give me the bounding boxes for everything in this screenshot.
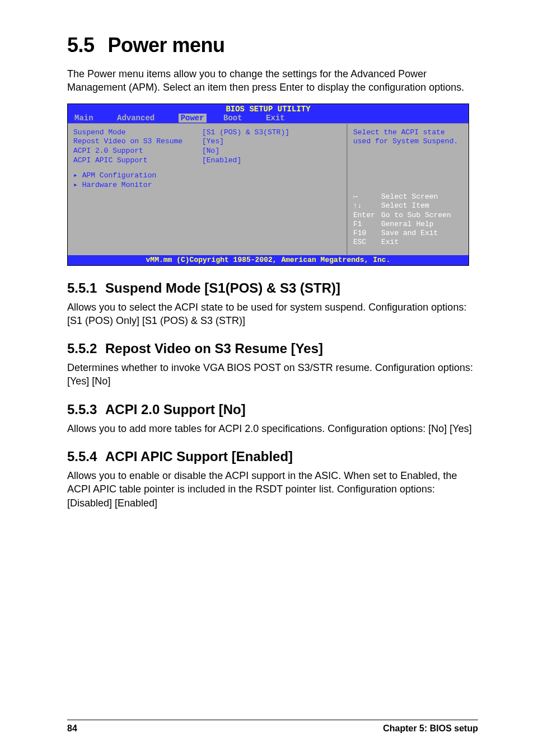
bios-hotkey: EnterGo to Sub Screen [353, 211, 451, 220]
bios-row-label: ACPI APIC Support [73, 156, 202, 166]
bios-tabs: Main Advanced Power Boot Exit [74, 114, 304, 123]
hotkey-desc: Exit [381, 238, 399, 247]
hotkey-desc: Select Item [381, 201, 429, 210]
bios-row-value: [Yes] [202, 137, 224, 147]
bios-tab-exit: Exit [266, 114, 292, 123]
bios-hotkey: ESCExit [353, 238, 451, 247]
bios-tab-boot: Boot [223, 114, 249, 123]
bios-left-pane: Suspend Mode[S1 (POS) & S3(STR)] Repost … [68, 124, 346, 255]
bios-row: ACPI APIC Support[Enabled] [73, 156, 341, 166]
bios-row-label: Repost Video on S3 Resume [73, 137, 202, 147]
bios-row: Repost Video on S3 Resume[Yes] [73, 137, 341, 147]
subsection-body: Allows you to select the ACPI state to b… [67, 300, 478, 328]
bios-row-value: [Enabled] [202, 156, 241, 166]
bios-row-value: [S1 (POS) & S3(STR)] [202, 128, 289, 138]
hotkey-desc: Go to Sub Screen [381, 211, 451, 220]
bios-hotkey: ↔Select Screen [353, 192, 451, 201]
subsection-heading: 5.5.2Repost Video on S3 Resume [Yes] [67, 341, 478, 356]
subsection-title: Repost Video on S3 Resume [Yes] [105, 341, 323, 356]
section-title: Power menu [108, 34, 225, 57]
hotkey-key: F10 [353, 229, 381, 238]
bios-sub-label: Hardware Monitor [82, 181, 152, 189]
subsection-heading: 5.5.1Suspend Mode [S1(POS) & S3 (STR)] [67, 280, 478, 296]
bios-row: Suspend Mode[S1 (POS) & S3(STR)] [73, 128, 341, 138]
subsection-number: 5.5.1 [67, 280, 105, 296]
bios-row-value: [No] [202, 147, 219, 156]
bios-row: ACPI 2.0 Support[No] [73, 147, 341, 156]
subsection-heading: 5.5.4ACPI APIC Support [Enabled] [67, 449, 478, 464]
subsection-body: Allows you to add more tables for ACPI 2… [67, 422, 478, 435]
hotkey-desc: General Help [381, 220, 434, 229]
hotkey-key: ESC [353, 238, 381, 247]
section-intro: The Power menu items allow you to change… [67, 67, 478, 95]
bios-tab-main: Main [74, 114, 100, 123]
bios-submenu: ▸ APM Configuration [73, 171, 341, 181]
subsection-title: Suspend Mode [S1(POS) & S3 (STR)] [105, 280, 340, 295]
bios-submenu: ▸ Hardware Monitor [73, 181, 341, 190]
bios-tab-advanced: Advanced [117, 114, 161, 123]
bios-row-label: ACPI 2.0 Support [73, 147, 202, 156]
section-heading: 5.5Power menu [67, 34, 478, 57]
bios-help-text: Select the ACPI state used for System Su… [353, 128, 463, 147]
bios-hotkey: F1General Help [353, 220, 451, 229]
hotkey-desc: Select Screen [381, 192, 438, 201]
bios-sub-label: APM Configuration [82, 171, 157, 180]
subsection-number: 5.5.2 [67, 341, 105, 356]
hotkey-key: ↑↓ [353, 201, 381, 210]
bios-footer: vMM.mm (C)Copyright 1985-2002, American … [68, 255, 469, 265]
page-footer: 84 Chapter 5: BIOS setup [67, 720, 478, 734]
page-number: 84 [67, 724, 77, 734]
bios-hotkeys: ↔Select Screen ↑↓Select Item EnterGo to … [353, 192, 451, 247]
subsection-title: ACPI APIC Support [Enabled] [105, 449, 293, 464]
bios-tab-power: Power [179, 114, 207, 123]
bios-row-label: Suspend Mode [73, 128, 202, 138]
bios-body: Suspend Mode[S1 (POS) & S3(STR)] Repost … [68, 123, 469, 255]
subsection-body: Determines whether to invoke VGA BIOS PO… [67, 361, 478, 388]
subsection-number: 5.5.3 [67, 402, 105, 417]
bios-right-pane: Select the ACPI state used for System Su… [346, 124, 469, 255]
bios-hotkey: ↑↓Select Item [353, 201, 451, 210]
hotkey-desc: Save and Exit [381, 229, 438, 238]
bios-titlebar: BIOS SETUP UTILITY Main Advanced Power B… [68, 104, 469, 123]
subsection-title: ACPI 2.0 Support [No] [105, 402, 246, 417]
section-number: 5.5 [67, 34, 95, 57]
subsection-number: 5.5.4 [67, 449, 105, 464]
bios-screenshot: BIOS SETUP UTILITY Main Advanced Power B… [67, 104, 469, 266]
subsection-heading: 5.5.3ACPI 2.0 Support [No] [67, 402, 478, 417]
hotkey-key: ↔ [353, 192, 381, 201]
hotkey-key: Enter [353, 211, 381, 220]
subsection-body: Allows you to enable or disable the ACPI… [67, 469, 478, 510]
page-footer-title: Chapter 5: BIOS setup [383, 724, 478, 734]
bios-hotkey: F10Save and Exit [353, 229, 451, 238]
bios-title: BIOS SETUP UTILITY [68, 105, 469, 114]
hotkey-key: F1 [353, 220, 381, 229]
